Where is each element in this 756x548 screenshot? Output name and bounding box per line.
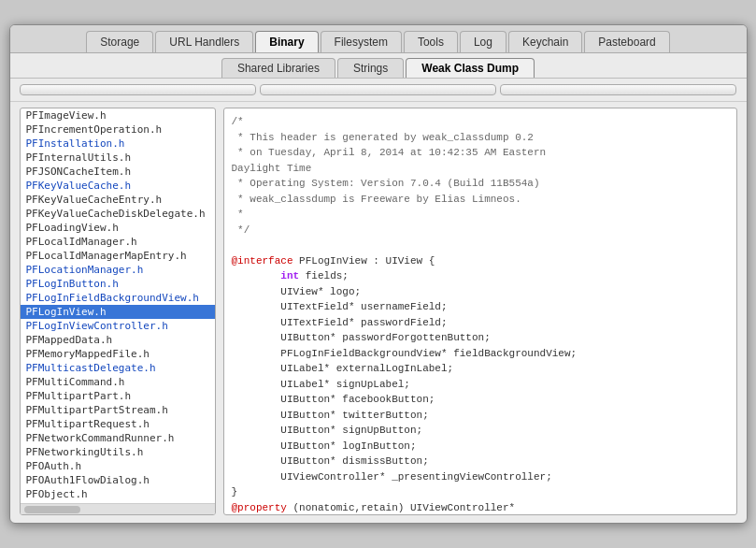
open-folder-button[interactable] xyxy=(500,84,736,95)
main-content: PFImageView.hPFIncrementOperation.hPFIns… xyxy=(10,102,747,523)
list-item[interactable]: PFImageView.h xyxy=(21,108,215,123)
code-content[interactable]: /* * This header is generated by weak_cl… xyxy=(224,108,736,514)
list-item[interactable]: PFMultipartRequest.h xyxy=(21,417,215,431)
list-item[interactable]: PFIncrementOperation.h xyxy=(21,123,215,137)
list-item[interactable]: PFLocationManager.h xyxy=(21,263,215,277)
list-item[interactable]: PFLocalIdManagerMapEntry.h xyxy=(21,249,215,263)
tab-tools[interactable]: Tools xyxy=(404,31,458,52)
tab-url-handlers[interactable]: URL Handlers xyxy=(155,31,253,52)
list-item[interactable]: PFMultipartPart.h xyxy=(21,389,215,403)
class-list[interactable]: PFImageView.hPFIncrementOperation.hPFIns… xyxy=(21,108,215,503)
tab-filesystem[interactable]: Filesystem xyxy=(321,31,402,52)
list-item[interactable]: PFMultipartPartStream.h xyxy=(21,403,215,417)
class-list-panel: PFImageView.hPFIncrementOperation.hPFIns… xyxy=(20,108,216,515)
list-item[interactable]: PFInstallation.h xyxy=(21,137,215,151)
list-item[interactable]: PFLogInViewController.h xyxy=(21,319,215,333)
list-item[interactable]: PFLocalIdManager.h xyxy=(21,235,215,249)
list-item[interactable]: PFKeyValueCacheDiskDelegate.h xyxy=(21,207,215,221)
list-item[interactable]: PFJSONCacheItem.h xyxy=(21,165,215,179)
dump-classes-button[interactable] xyxy=(20,84,256,95)
main-window: StorageURL HandlersBinaryFilesystemTools… xyxy=(9,24,748,524)
tab2-shared-libraries[interactable]: Shared Libraries xyxy=(221,58,335,78)
tab2-strings[interactable]: Strings xyxy=(337,58,404,78)
list-item[interactable]: PFInternalUtils.h xyxy=(21,151,215,165)
list-item[interactable]: PFLogInButton.h xyxy=(21,277,215,291)
tab-log[interactable]: Log xyxy=(460,31,506,52)
list-item[interactable]: PFNetworkCommandRunner.h xyxy=(21,431,215,445)
code-panel: /* * This header is generated by weak_cl… xyxy=(223,108,737,515)
tab-bar-2: Shared LibrariesStringsWeak Class Dump xyxy=(10,53,747,79)
list-item[interactable]: PFLoadingView.h xyxy=(21,221,215,235)
list-item[interactable]: PFNetworkingUtils.h xyxy=(21,445,215,459)
tab-pasteboard[interactable]: Pasteboard xyxy=(584,31,669,52)
list-item[interactable]: PFLogInFieldBackgroundView.h xyxy=(21,291,215,305)
tab2-weak-class-dump[interactable]: Weak Class Dump xyxy=(406,58,535,78)
tab-bar-1: StorageURL HandlersBinaryFilesystemTools… xyxy=(10,25,747,53)
list-item[interactable]: PFLogInView.h xyxy=(21,305,215,319)
list-item[interactable]: PFMappedData.h xyxy=(21,333,215,347)
tab-keychain[interactable]: Keychain xyxy=(508,31,582,52)
list-item[interactable]: PFMemoryMappedFile.h xyxy=(21,347,215,361)
list-item[interactable]: PFMultiCommand.h xyxy=(21,375,215,389)
tab-storage[interactable]: Storage xyxy=(86,31,153,52)
list-item[interactable]: PFKeyValueCache.h xyxy=(21,179,215,193)
list-item[interactable]: PFOAuth1FlowDialog.h xyxy=(21,473,215,487)
action-row xyxy=(10,79,747,102)
tab-binary[interactable]: Binary xyxy=(255,31,318,52)
list-item[interactable]: PFObject.h xyxy=(21,487,215,501)
list-item[interactable]: PFOAuth.h xyxy=(21,459,215,473)
list-item[interactable]: PFMulticastDelegate.h xyxy=(21,361,215,375)
scrollbar-thumb[interactable] xyxy=(24,506,80,513)
horizontal-scrollbar[interactable] xyxy=(21,503,215,514)
list-item[interactable]: PFKeyValueCacheEntry.h xyxy=(21,193,215,207)
list-results-button[interactable] xyxy=(260,84,496,95)
